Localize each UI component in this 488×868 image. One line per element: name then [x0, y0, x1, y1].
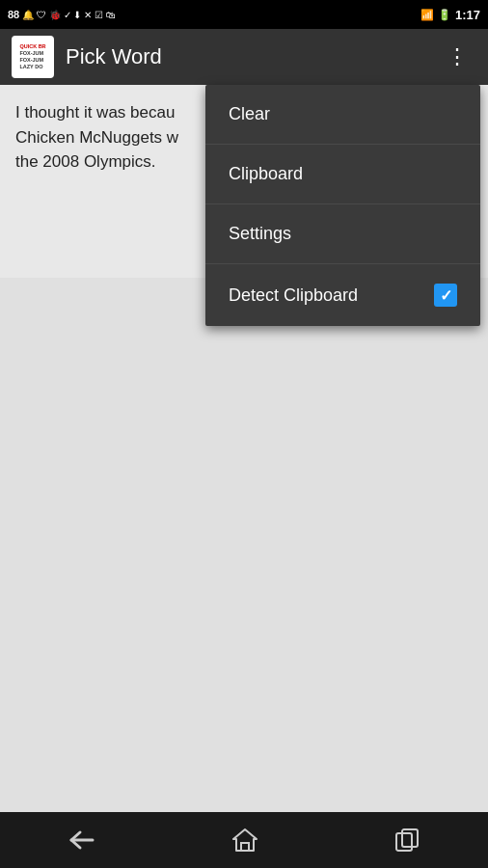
menu-item-settings[interactable]: Settings: [205, 204, 480, 264]
status-icons: 🔔 🛡 🐞 ✓ ⬇ ✕ ☑ 🛍: [22, 10, 115, 20]
menu-item-detect-clipboard[interactable]: Detect Clipboard: [205, 264, 480, 326]
overflow-menu-button[interactable]: ⋮: [439, 39, 476, 75]
menu-item-clear-label: Clear: [229, 104, 270, 124]
home-button[interactable]: [203, 818, 287, 862]
wifi-icon: 📶: [420, 9, 434, 21]
menu-item-clipboard-label: Clipboard: [229, 164, 303, 184]
battery-icon: 🔋: [438, 9, 451, 21]
bottom-nav: [0, 812, 488, 868]
svg-rect-3: [396, 833, 412, 851]
recents-icon: [394, 827, 420, 853]
svg-marker-1: [233, 829, 257, 851]
home-icon: [231, 827, 258, 853]
svg-rect-2: [241, 843, 249, 851]
menu-item-clipboard[interactable]: Clipboard: [205, 145, 480, 204]
status-bar-left: 88 🔔 🛡 🐞 ✓ ⬇ ✕ ☑ 🛍: [8, 9, 116, 20]
clock: 1:17: [455, 8, 480, 22]
back-button[interactable]: [40, 820, 124, 860]
status-bar: 88 🔔 🛡 🐞 ✓ ⬇ ✕ ☑ 🛍 📶 🔋 1:17: [0, 0, 488, 29]
status-bar-right: 📶 🔋 1:17: [420, 8, 480, 22]
menu-item-settings-label: Settings: [229, 224, 291, 244]
dropdown-menu: Clear Clipboard Settings Detect Clipboar…: [205, 85, 480, 326]
svg-rect-4: [402, 829, 418, 847]
app-icon: QUICK BR FOX-JUM FOX-JUM LAZY DO: [12, 36, 54, 78]
recents-button[interactable]: [366, 818, 448, 862]
back-icon: [68, 829, 95, 851]
page-title: Pick Word: [66, 44, 439, 69]
menu-item-clear[interactable]: Clear: [205, 85, 480, 145]
menu-item-detect-clipboard-label: Detect Clipboard: [229, 285, 358, 306]
status-number: 88: [8, 9, 19, 20]
content-text: I thought it was becauChicken McNuggets …: [15, 103, 178, 171]
detect-clipboard-checkbox[interactable]: [434, 284, 457, 307]
app-bar: QUICK BR FOX-JUM FOX-JUM LAZY DO Pick Wo…: [0, 29, 488, 85]
